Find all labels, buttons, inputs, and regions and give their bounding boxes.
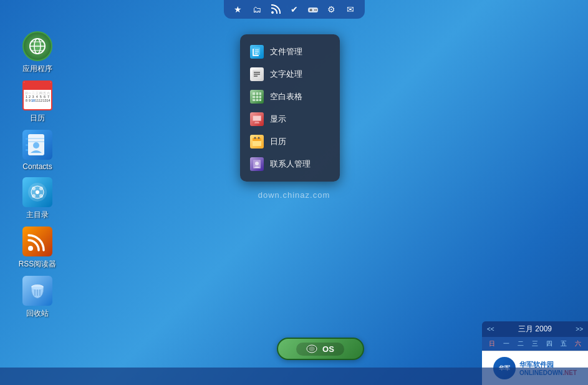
svg-point-4 [314,9,316,11]
svg-rect-15 [26,144,28,146]
svg-point-52 [258,137,260,139]
contacts-menu-icon [250,157,264,171]
rss-desktop-icon[interactable]: RSS阅读器 [12,227,62,270]
gamepad-icon[interactable] [306,2,320,16]
watermark-text: down.chinaz.com [258,190,330,200]
menu-item-files[interactable]: 文件管理 [240,41,340,63]
weekday-tue: 二 [513,339,528,348]
svg-rect-48 [253,116,261,120]
apps-desktop-icon[interactable]: 应用程序 [12,31,62,74]
svg-point-17 [33,142,39,149]
weekday-sat: 六 [571,339,586,348]
next-month-button[interactable]: >> [576,326,583,333]
menu-item-display[interactable]: 显示 [240,108,340,130]
menu-item-text[interactable]: 文字处理 [240,63,340,85]
briefcase-icon[interactable]: 🗂 [250,2,264,16]
trash-desktop-icon[interactable]: 回收站 [12,276,62,319]
os-button-label: OS [322,344,334,354]
svg-point-24 [36,190,39,194]
home-icon-img [22,177,52,207]
menu-item-table[interactable]: 空白表格 [240,85,340,108]
svg-point-20 [32,187,36,190]
weekday-wed: 三 [528,339,542,348]
menu-item-calendar-label: 日历 [270,136,286,147]
home-desktop-icon[interactable]: 主目录 [12,177,62,220]
svg-rect-40 [253,92,261,101]
desktop-icons-container: 应用程序 日 一 二 三 四 五 六 1 2 3 4 5 6 7 8 9 [12,31,62,319]
svg-point-21 [39,187,43,190]
watermark: down.chinaz.com [258,190,330,200]
svg-point-25 [28,246,33,251]
trash-icon-img [22,276,52,306]
os-button[interactable]: OS [277,338,364,360]
menu-item-table-label: 空白表格 [270,91,302,102]
menu-item-calendar[interactable]: 日历 [240,130,340,153]
star-icon[interactable]: ★ [231,2,245,16]
mail-icon[interactable]: ✉ [344,2,357,16]
svg-point-51 [254,137,256,139]
weekday-mon: 一 [499,339,513,348]
top-taskbar: ★ 🗂 ✔ ⚙ ✉ [224,0,365,19]
weekday-sun: 日 [484,339,499,348]
home-label: 主目录 [26,210,49,220]
os-button-inner: OS [296,343,344,356]
contacts-label: Contacts [22,162,52,171]
text-menu-icon [250,67,264,81]
svg-rect-16 [26,149,28,151]
menu-item-contacts[interactable]: 联系人管理 [240,153,340,175]
rss-label: RSS阅读器 [19,259,57,270]
bottom-taskbar [0,368,588,385]
svg-point-22 [32,194,36,198]
svg-rect-3 [309,10,312,11]
svg-rect-14 [26,138,28,140]
svg-point-0 [271,11,274,14]
files-menu-icon [250,45,264,59]
mini-cal-month-year: 三月 2009 [518,324,552,334]
weekday-fri: 五 [557,339,571,348]
contacts-icon-img [22,130,52,160]
calendar-label: 日历 [30,113,45,124]
prev-month-button[interactable]: << [487,326,494,333]
mini-cal-weekdays: 日 一 二 三 四 五 六 [484,338,586,349]
mini-cal-header: << 三月 2009 >> [482,321,588,337]
calendar-desktop-icon[interactable]: 日 一 二 三 四 五 六 1 2 3 4 5 6 7 8 9 10 11 12… [12,80,62,124]
display-menu-icon [250,112,264,126]
svg-point-5 [316,9,317,11]
menu-item-files-label: 文件管理 [270,46,302,57]
apps-label: 应用程序 [22,64,52,74]
svg-point-56 [309,346,315,351]
check-circle-icon[interactable]: ✔ [287,2,301,16]
apps-icon-img [22,31,52,61]
weekday-thu: 四 [542,339,557,348]
trash-label: 回收站 [26,308,49,319]
app-dropdown-menu: 文件管理 文字处理 空白表格 显示 日历 联系人管理 [240,34,340,182]
gear-icon[interactable]: ⚙ [325,2,339,16]
rss-taskbar-icon[interactable] [269,2,282,16]
calendar-menu-icon [250,135,264,149]
svg-point-23 [39,194,43,198]
svg-point-54 [255,162,259,165]
svg-rect-50 [253,138,261,141]
menu-item-contacts-label: 联系人管理 [270,158,311,170]
menu-item-display-label: 显示 [270,114,286,125]
table-menu-icon [250,90,264,104]
calendar-icon-img: 日 一 二 三 四 五 六 1 2 3 4 5 6 7 8 9 10 11 12… [22,80,52,110]
contacts-desktop-icon[interactable]: Contacts [12,130,62,171]
menu-item-text-label: 文字处理 [270,69,302,80]
rss-icon-img [22,227,52,256]
